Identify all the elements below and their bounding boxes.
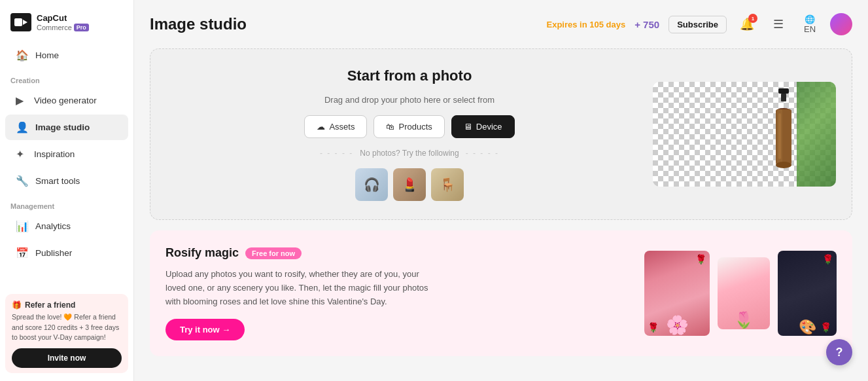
rose-decor-2: 🌹 (648, 322, 659, 333)
products-button[interactable]: 🛍 Products (373, 115, 444, 138)
svg-rect-2 (778, 88, 789, 94)
rosify-header: Rosify magic Free for now (165, 246, 440, 260)
image-icon: 👤 (16, 121, 29, 134)
bag-icon: 🛍 (386, 122, 394, 132)
publisher-icon: 📅 (16, 247, 29, 259)
sidebar: CapCut Commerce Pro 🏠 Home Creation ▶ Vi… (0, 0, 134, 381)
svg-marker-1 (23, 20, 27, 25)
menu-icon: ☰ (773, 17, 784, 31)
sidebar-item-inspiration[interactable]: ✦ Inspiration (5, 141, 128, 167)
help-button[interactable]: ? (826, 339, 852, 365)
cloud-icon: ☁ (317, 122, 325, 132)
upload-buttons: ☁ Assets 🛍 Products 🖥 Device (304, 115, 514, 138)
rosify-desc: Upload any photos you want to rosify, wh… (165, 268, 440, 308)
refer-card-desc: Spread the love! 🧡 Refer a friend and sc… (12, 312, 122, 343)
svg-rect-8 (778, 113, 781, 159)
rosify-left: Rosify magic Free for now Upload any pho… (165, 246, 440, 340)
product-preview (653, 82, 836, 187)
subscribe-button[interactable]: Subscribe (668, 16, 727, 33)
creation-section-label: Creation (0, 69, 133, 87)
video-icon: ▶ (16, 94, 27, 107)
rosify-title: Rosify magic (165, 246, 239, 260)
credits-plus-icon: + 750 (634, 19, 659, 30)
upload-section: Start from a photo Drag and drop your ph… (150, 48, 852, 220)
sample-thumb-makeup[interactable]: 💄 (393, 168, 426, 201)
sidebar-item-image-label: Image studio (35, 122, 90, 132)
upload-title: Start from a photo (347, 67, 472, 84)
globe-icon: 🌐 EN (799, 14, 821, 34)
logo-title: CapCut (37, 13, 89, 24)
free-badge: Free for now (245, 247, 302, 259)
sidebar-item-publisher[interactable]: 📅 Publisher (5, 240, 128, 266)
monitor-icon: 🖥 (464, 122, 472, 132)
avatar[interactable] (830, 13, 852, 35)
sidebar-item-home-label: Home (35, 50, 59, 60)
logo-icon (10, 13, 31, 31)
sidebar-item-smart-tools[interactable]: 🔧 Smart tools (5, 168, 128, 194)
inspiration-icon: ✦ (16, 148, 27, 160)
right-dashes: - - - - - (466, 149, 499, 158)
top-bar-right: Expires in 105 days + 750 Subscribe 🔔 1 … (546, 13, 852, 35)
no-photos-text: No photos? Try the following (360, 149, 459, 158)
logo[interactable]: CapCut Commerce Pro (0, 8, 133, 42)
logo-text: CapCut Commerce Pro (37, 13, 89, 31)
sidebar-item-video-label: Video generator (34, 96, 97, 105)
top-bar: Image studio Expires in 105 days + 750 S… (150, 13, 852, 35)
device-button[interactable]: 🖥 Device (451, 115, 515, 138)
sidebar-item-smart-tools-label: Smart tools (35, 176, 80, 186)
smart-tools-icon: 🔧 (16, 175, 29, 187)
sidebar-item-publisher-label: Publisher (35, 248, 72, 258)
sidebar-item-analytics[interactable]: 📊 Analytics (5, 213, 128, 239)
logo-subtitle: Commerce Pro (37, 24, 89, 31)
sidebar-item-image-studio[interactable]: 👤 Image studio (5, 115, 128, 140)
upload-left: Start from a photo Drag and drop your ph… (166, 67, 653, 201)
rose-decor-1: 🌹 (695, 254, 706, 264)
expires-text: Expires in 105 days (546, 20, 625, 29)
credits-badge: + 750 (634, 19, 659, 30)
language-button[interactable]: 🌐 EN (799, 13, 821, 35)
sidebar-item-analytics-label: Analytics (35, 221, 71, 231)
rosify-image-1: 🌸 🌹 🌹 (644, 251, 710, 336)
notification-badge: 1 (748, 14, 757, 23)
refer-card-title: 🎁 Refer a friend (12, 300, 122, 310)
svg-rect-0 (14, 18, 22, 26)
rosify-images: 🌸 🌹 🌹 🌷 🎨 🌹 🌹 (644, 251, 837, 336)
rosify-image-2: 🌷 (718, 257, 770, 329)
sample-thumb-chair[interactable]: 🪑 (431, 168, 464, 201)
no-photos-row: - - - - - No photos? Try the following -… (320, 149, 499, 158)
assets-button[interactable]: ☁ Assets (304, 115, 367, 138)
rosify-section: Rosify magic Free for now Upload any pho… (150, 230, 852, 356)
page-title: Image studio (150, 15, 247, 33)
green-bg-overlay (797, 82, 836, 187)
main-content: Image studio Expires in 105 days + 750 S… (134, 0, 868, 381)
invite-button[interactable]: Invite now (12, 348, 122, 368)
rose-decor-4: 🌹 (820, 322, 831, 333)
sidebar-item-home[interactable]: 🏠 Home (5, 43, 128, 68)
analytics-icon: 📊 (16, 220, 29, 232)
notifications-button[interactable]: 🔔 1 (736, 13, 758, 35)
rosify-image-3: 🎨 🌹 🌹 (778, 251, 837, 336)
rose-decor-3: 🌹 (822, 254, 833, 264)
sidebar-item-inspiration-label: Inspiration (34, 149, 75, 159)
try-now-button[interactable]: Try it now → (165, 319, 245, 340)
refer-card: 🎁 Refer a friend Spread the love! 🧡 Refe… (5, 294, 128, 373)
management-section-label: Management (0, 194, 133, 213)
sample-thumbnails: 🎧 💄 🪑 (355, 168, 464, 201)
left-dashes: - - - - - (320, 149, 353, 158)
sidebar-item-video-generator[interactable]: ▶ Video generator (5, 88, 128, 113)
upload-subtitle: Drag and drop your photo here or select … (324, 95, 495, 105)
svg-rect-3 (781, 94, 786, 101)
menu-button[interactable]: ☰ (767, 13, 790, 35)
svg-point-7 (776, 162, 791, 168)
gift-icon: 🎁 (12, 300, 22, 310)
sample-thumb-earbuds[interactable]: 🎧 (355, 168, 388, 201)
home-icon: 🏠 (16, 49, 29, 62)
